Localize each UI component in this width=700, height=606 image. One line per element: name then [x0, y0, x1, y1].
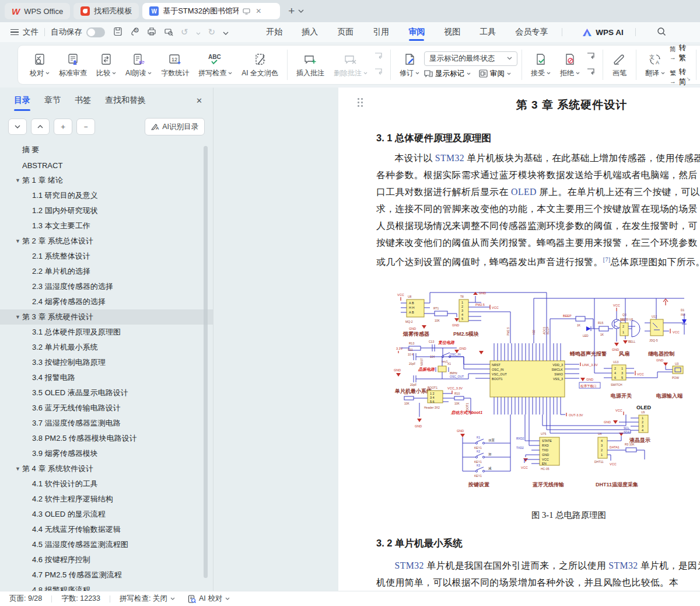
translate-button[interactable]: 文A 翻译 [640, 52, 670, 78]
ribbon-tab-插入[interactable]: 插入 [300, 23, 319, 41]
toc-item[interactable]: ▼第 4 章 系统软件设计 [0, 461, 213, 476]
print-icon[interactable] [147, 27, 156, 38]
toc-item[interactable]: 3.4 报警电路 [0, 370, 213, 385]
tab-list-chevron-icon[interactable] [298, 9, 304, 13]
present-icon[interactable] [243, 8, 250, 15]
ai-proofread-status[interactable]: AI 校对 [188, 594, 230, 604]
word-count-indicator[interactable]: 字数: 12233 [61, 594, 100, 604]
toc-item[interactable]: 4.6 按键程序控制 [0, 552, 213, 567]
reject-changes-button[interactable]: 拒绝 [555, 52, 584, 78]
toc-item[interactable]: 3.1 总体硬件原理及原理图 [0, 325, 213, 340]
chevron-expand-icon[interactable]: ▼ [15, 314, 22, 320]
zoom-out-level-button[interactable]: － [76, 119, 95, 135]
toc-item[interactable]: 2.4 烟雾传感器的选择 [0, 294, 213, 309]
traditional-to-simplified-button[interactable]: 繁→ 转简 [670, 67, 686, 87]
drag-handle-icon[interactable] [358, 98, 363, 107]
hamburger-menu-icon[interactable] [10, 29, 19, 36]
file-menu[interactable]: 文件 [23, 27, 38, 37]
ai-read-aloud-button[interactable]: AI朗读 [121, 52, 156, 78]
close-tab-icon[interactable]: ✕ [256, 7, 261, 15]
accept-changes-button[interactable]: 接受 [526, 52, 555, 78]
toc-item[interactable]: 4.1 软件设计的工具 [0, 476, 213, 492]
spell-check-button[interactable]: ABC 拼写检查 [194, 52, 237, 78]
toc-item[interactable]: 3.3 按键控制电路原理 [0, 355, 213, 370]
ink-brush-button[interactable]: 画笔 [607, 52, 632, 78]
next-change-icon[interactable] [587, 68, 596, 78]
toc-item[interactable]: 1.2 国内外研究现状 [0, 203, 213, 218]
ribbon-tab-开始[interactable]: 开始 [265, 23, 284, 41]
toc-item[interactable]: ▼第 2 章 系统总体设计 [0, 234, 213, 249]
toc-item[interactable]: 1.3 本文主要工作 [0, 218, 213, 234]
zoom-in-level-button[interactable]: ＋ [54, 119, 72, 135]
sidebar-tab-find-replace[interactable]: 查找和替换 [105, 95, 146, 111]
track-changes-button[interactable]: 修订 [395, 52, 424, 78]
sidebar-tab-chapters[interactable]: 章节 [44, 95, 61, 111]
previous-change-icon[interactable] [587, 52, 596, 62]
proofread-button[interactable]: 校对 [25, 52, 54, 78]
ribbon-tab-会员专享[interactable]: 会员专享 [514, 23, 549, 41]
ribbon-tab-审阅[interactable]: 审阅 [407, 23, 426, 41]
chevron-expand-icon[interactable]: ▼ [15, 177, 22, 183]
toc-item[interactable]: 4.7 PM2.5 传感器监测流程 [0, 567, 213, 583]
word-count-button[interactable]: 12 字数统计 [156, 52, 194, 78]
page-indicator[interactable]: 页面: 9/28 [9, 594, 42, 604]
autosave-toggle[interactable] [86, 27, 105, 37]
chevron-expand-icon[interactable]: ▼ [15, 466, 22, 472]
standard-review-button[interactable]: 标准审查 [54, 52, 92, 78]
toc-item[interactable]: 3.8 PM2.5 传感器模块电路设计 [0, 431, 213, 446]
toc-item[interactable]: 4.2 软件主程序逻辑结构 [0, 492, 213, 507]
toc-item[interactable]: 3.6 蓝牙无线传输电路设计 [0, 400, 213, 416]
toc-item[interactable]: ABSTRACT [0, 158, 213, 173]
toc-item[interactable]: 4.4 无线蓝牙传输数据逻辑 [0, 522, 213, 537]
net-label: GND [656, 358, 663, 362]
document-page[interactable]: 第 3 章 系统硬件设计 3. 1 总体硬件原理及原理图 本设计以 STM32 … [338, 88, 700, 591]
show-markup-button[interactable]: 显示标记 [424, 69, 471, 79]
sidebar-tab-contents[interactable]: 目录 [14, 95, 30, 111]
tab-document-active[interactable]: W 基于STM32的图书馆环境监 ✕ [142, 3, 280, 19]
ribbon-tab-页面[interactable]: 页面 [336, 23, 355, 41]
toc-item[interactable]: ▼第 3 章 系统硬件设计 [0, 309, 213, 325]
circuit-diagram-figure[interactable]: VCC U8 A BH HA B MQ-2 GND RT110K GND [394, 288, 700, 505]
ai-detect-toc-button[interactable]: A AI识别目录 [145, 118, 205, 135]
collapse-all-button[interactable] [31, 119, 50, 135]
toc-item[interactable]: 1.1 研究目的及意义 [0, 188, 213, 203]
new-tab-button[interactable]: + [288, 5, 295, 18]
sidebar-tab-bookmarks[interactable]: 书签 [75, 95, 91, 111]
search-icon[interactable] [657, 27, 666, 38]
toc-item[interactable]: 摘 要 [0, 142, 213, 158]
toc-item[interactable]: ▼第 1 章 绪论 [0, 173, 213, 188]
tab-wps-home[interactable]: W WPS Office [5, 3, 70, 19]
toc-item[interactable]: 3.9 烟雾传感器模块 [0, 446, 213, 461]
markup-state-dropdown[interactable]: 显示标记的最终状态 [424, 51, 517, 66]
toc-item[interactable]: 3.7 温湿度传感器监测电路 [0, 416, 213, 431]
tab-docer-templates[interactable]: 找稻壳模板 [74, 3, 139, 19]
ribbon-tab-视图[interactable]: 视图 [443, 23, 461, 41]
expand-all-button[interactable] [8, 119, 27, 135]
wps-ai-button[interactable]: WPS AI [582, 28, 624, 37]
toc-item[interactable]: 4.5 温湿度传感器监测流程图 [0, 537, 213, 552]
ai-polish-button[interactable]: AI 全文润色 [237, 52, 283, 78]
close-sidebar-icon[interactable]: ✕ [196, 96, 202, 110]
toc-item[interactable]: 2.1 系统整体设计 [0, 249, 213, 264]
toc-item[interactable]: 4.3 OLED 的显示流程 [0, 507, 213, 522]
compare-button[interactable]: 比较 [92, 52, 121, 78]
toc-item[interactable]: 3.5 OLED 液晶显示电路设计 [0, 385, 213, 400]
sidebar-scrollbar[interactable] [204, 146, 208, 578]
toc-item[interactable]: 2.3 温湿度传感器的选择 [0, 279, 213, 294]
quick-toolbar-chevron-icon[interactable] [223, 28, 229, 37]
net-label: NRST [420, 358, 424, 367]
toc-item[interactable]: 4.8 报警程序流程 [0, 583, 213, 591]
ribbon-tab-引用[interactable]: 引用 [372, 23, 390, 41]
simplified-to-traditional-button[interactable]: 简→ 转繁 [670, 43, 686, 63]
export-pdf-icon[interactable]: P [130, 27, 139, 38]
chevron-expand-icon[interactable]: ▼ [15, 238, 22, 244]
review-pane-button[interactable]: 审阅 [479, 69, 511, 79]
toc-item[interactable]: 3.2 单片机最小系统 [0, 340, 213, 355]
spell-check-status[interactable]: 拼写检查: 关闭 [120, 594, 175, 604]
group-expand-icon[interactable]: ↘ [686, 76, 692, 84]
insert-comment-button[interactable]: 插入批注 [292, 52, 329, 78]
toc-item[interactable]: 2.2 单片机的选择 [0, 264, 213, 279]
save-icon[interactable] [113, 27, 123, 38]
print-preview-icon[interactable] [164, 27, 173, 38]
ribbon-tab-工具[interactable]: 工具 [478, 23, 497, 41]
